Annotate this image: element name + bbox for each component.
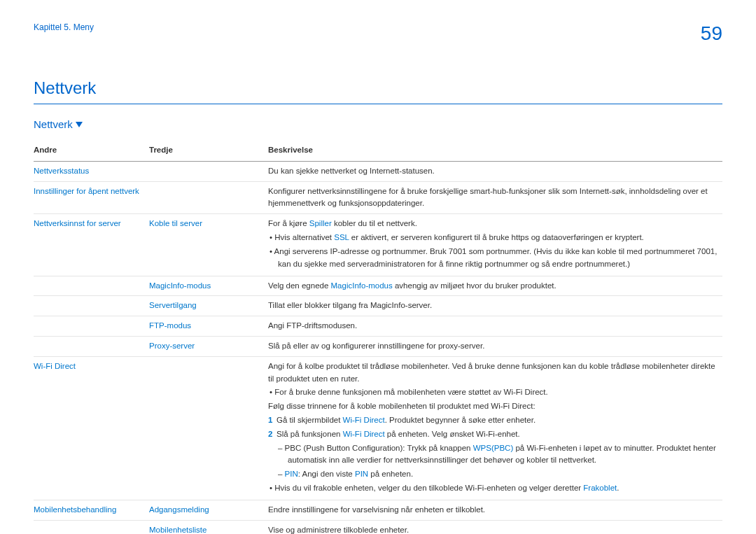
cell-tredje <box>149 356 268 500</box>
dash-list: PBC (Push Button Configuration): Trykk p… <box>268 442 720 481</box>
table-row: MagicInfo-modus Velg den egnede MagicInf… <box>34 276 722 296</box>
cell-andre <box>34 520 149 534</box>
link-frakoblet[interactable]: Frakoblet <box>583 484 617 492</box>
section-subtitle[interactable]: Nettverk <box>34 118 722 130</box>
table-row: Mobilenhetsliste Vise og administrere ti… <box>34 520 722 534</box>
cell-tredje[interactable]: Proxy-server <box>149 336 268 356</box>
cell-andre <box>34 276 149 296</box>
cell-andre[interactable]: Mobilenhetsbehandling <box>34 500 149 520</box>
bullet-list: Hvis alternativet SSL er aktivert, er se… <box>268 232 720 270</box>
settings-table: Andre Tredje Beskrivelse Nettverksstatus… <box>34 140 722 534</box>
chapter-label[interactable]: Kapittel 5. Meny <box>34 22 94 32</box>
cell-andre <box>34 316 149 337</box>
cell-desc: For å kjøre Spiller kobler du til et net… <box>268 214 722 276</box>
cell-desc: Endre innstillingene for varselvisning n… <box>268 500 722 520</box>
link-wifi-direct[interactable]: Wi-Fi Direct <box>343 416 385 424</box>
cell-andre[interactable]: Innstillinger for åpent nettverk <box>34 181 149 214</box>
cell-desc: Vise og administrere tilkoblede enheter. <box>268 520 722 534</box>
header-beskrivelse: Beskrivelse <box>268 140 722 161</box>
cell-desc: Slå på eller av og konfigurerer innstill… <box>268 336 722 356</box>
cell-tredje <box>149 181 268 214</box>
table-row: Proxy-server Slå på eller av og konfigur… <box>34 336 722 356</box>
bullet-list: For å bruke denne funksjonen må mobilenh… <box>268 386 720 399</box>
page-number: 59 <box>701 22 722 45</box>
table-row: Wi-Fi Direct Angi for å kolbe produktet … <box>34 356 722 500</box>
subtitle-text: Nettverk <box>34 118 73 130</box>
cell-tredje[interactable]: Mobilenhetsliste <box>149 520 268 534</box>
cell-desc: Angi for å kolbe produktet til trådløse … <box>268 356 722 500</box>
table-row: Nettverksstatus Du kan sjekke nettverket… <box>34 161 722 181</box>
cell-andre <box>34 336 149 356</box>
table-row: Nettverksinnst for server Koble til serv… <box>34 214 722 276</box>
link-wifi-direct[interactable]: Wi-Fi Direct <box>343 430 385 438</box>
table-header-row: Andre Tredje Beskrivelse <box>34 140 722 161</box>
link-pin[interactable]: PIN <box>355 470 368 478</box>
title-divider <box>34 104 722 104</box>
link-wps-pbc[interactable]: WPS(PBC) <box>473 444 514 452</box>
table-row: Mobilenhetsbehandling Adgangsmelding End… <box>34 500 722 520</box>
cell-desc: Velg den egnede MagicInfo-modus avhengig… <box>268 276 722 296</box>
cell-tredje <box>149 161 268 181</box>
table-row: FTP-modus Angi FTP-driftsmodusen. <box>34 316 722 337</box>
cell-tredje[interactable]: Koble til server <box>149 214 268 276</box>
cell-desc: Angi FTP-driftsmodusen. <box>268 316 722 337</box>
bullet-list: Hvis du vil frakoble enheten, velger du … <box>268 482 720 495</box>
link-pin[interactable]: PIN <box>285 470 298 478</box>
cell-tredje[interactable]: Servertilgang <box>149 296 268 316</box>
link-ssl[interactable]: SSL <box>334 233 349 241</box>
page-header: Kapittel 5. Meny 59 <box>34 22 722 45</box>
cell-andre[interactable]: Nettverksinnst for server <box>34 214 149 276</box>
link-magicinfo[interactable]: MagicInfo-modus <box>331 281 393 290</box>
header-andre: Andre <box>34 140 149 161</box>
cell-desc: Du kan sjekke nettverket og Internett-st… <box>268 161 722 181</box>
numbered-list: 1Gå til skjermbildet Wi-Fi Direct. Produ… <box>268 414 720 441</box>
header-tredje: Tredje <box>149 140 268 161</box>
cell-tredje[interactable]: FTP-modus <box>149 316 268 337</box>
cell-andre[interactable]: Nettverksstatus <box>34 161 149 181</box>
page-title: Nettverk <box>34 78 722 98</box>
cell-andre <box>34 296 149 316</box>
cell-desc: Konfigurer nettverksinnstillingene for å… <box>268 181 722 214</box>
cell-desc: Tillat eller blokker tilgang fra MagicIn… <box>268 296 722 316</box>
table-row: Servertilgang Tillat eller blokker tilga… <box>34 296 722 316</box>
link-spiller[interactable]: Spiller <box>309 219 332 227</box>
caret-down-icon <box>76 122 83 127</box>
table-row: Innstillinger for åpent nettverk Konfigu… <box>34 181 722 214</box>
cell-andre[interactable]: Wi-Fi Direct <box>34 356 149 500</box>
cell-tredje[interactable]: Adgangsmelding <box>149 500 268 520</box>
cell-tredje[interactable]: MagicInfo-modus <box>149 276 268 296</box>
